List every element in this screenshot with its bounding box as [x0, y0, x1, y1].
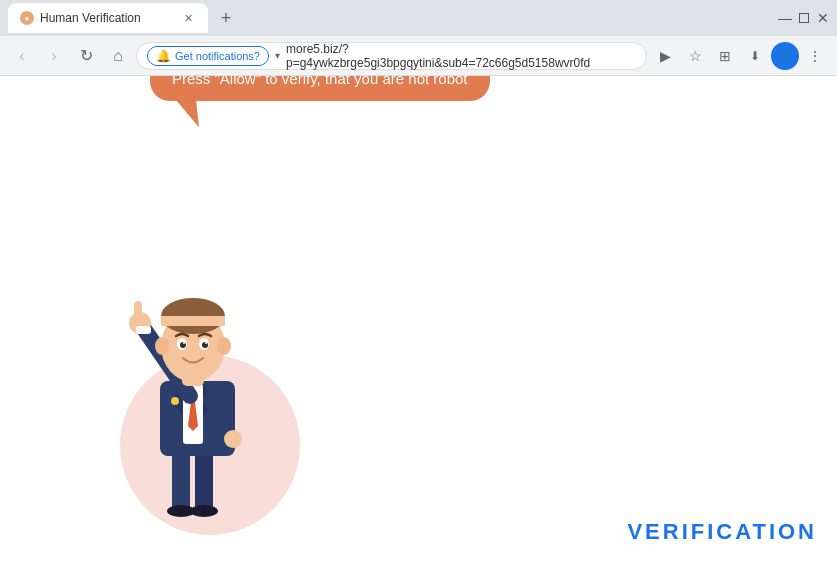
menu-icon: ⋮ [808, 48, 822, 64]
extensions-button[interactable]: ⊞ [711, 42, 739, 70]
svg-point-24 [183, 342, 185, 344]
svg-point-13 [224, 430, 242, 448]
character-illustration [100, 251, 280, 531]
back-button[interactable]: ‹ [8, 42, 36, 70]
svg-rect-17 [161, 316, 225, 326]
svg-rect-0 [172, 451, 190, 511]
maximize-button[interactable] [799, 13, 809, 23]
cast-icon: ▶ [660, 48, 671, 64]
bell-icon: 🔔 [156, 49, 171, 63]
character-area [100, 251, 280, 535]
download-icon: ⬇ [750, 49, 760, 63]
notification-prompt[interactable]: 🔔 Get notifications? [147, 46, 269, 66]
reload-icon: ↻ [80, 46, 93, 65]
downloads-button[interactable]: ⬇ [741, 42, 769, 70]
address-bar[interactable]: 🔔 Get notifications? ▾ more5.biz/?p=g4yw… [136, 42, 647, 70]
notification-label: Get notifications? [175, 50, 260, 62]
svg-point-18 [155, 337, 169, 355]
window-controls: — ✕ [779, 12, 829, 24]
svg-point-26 [171, 397, 179, 405]
forward-icon: › [51, 47, 56, 65]
tab-title: Human Verification [40, 11, 174, 25]
speech-bubble-text: Press "Allow" to verify, that you are no… [172, 76, 468, 87]
address-chevron-icon[interactable]: ▾ [275, 50, 280, 61]
home-button[interactable]: ⌂ [104, 42, 132, 70]
browser-tab[interactable]: ● Human Verification ✕ [8, 3, 208, 33]
cast-button[interactable]: ▶ [651, 42, 679, 70]
title-bar: ● Human Verification ✕ + — ✕ [0, 0, 837, 36]
back-icon: ‹ [19, 47, 24, 65]
svg-point-3 [190, 505, 218, 517]
new-tab-button[interactable]: + [212, 4, 240, 32]
browser-frame: ● Human Verification ✕ + — ✕ ‹ › ↻ ⌂ 🔔 G… [0, 0, 837, 565]
toolbar-actions: ▶ ☆ ⊞ ⬇ 👤 ⋮ [651, 42, 829, 70]
svg-rect-1 [195, 451, 213, 511]
page-content: Press "Allow" to verify, that you are no… [0, 76, 837, 565]
menu-button[interactable]: ⋮ [801, 42, 829, 70]
home-icon: ⌂ [113, 47, 123, 65]
verification-watermark: VERIFICATION [627, 519, 817, 545]
svg-point-23 [202, 342, 208, 348]
tab-close-button[interactable]: ✕ [180, 10, 196, 26]
svg-point-22 [180, 342, 186, 348]
bookmark-button[interactable]: ☆ [681, 42, 709, 70]
reload-button[interactable]: ↻ [72, 42, 100, 70]
profile-icon: 👤 [777, 48, 794, 64]
tab-favicon: ● [20, 11, 34, 25]
close-button[interactable]: ✕ [817, 12, 829, 24]
svg-rect-11 [134, 301, 142, 323]
svg-point-19 [217, 337, 231, 355]
toolbar: ‹ › ↻ ⌂ 🔔 Get notifications? ▾ more5.biz… [0, 36, 837, 76]
svg-point-25 [205, 342, 207, 344]
speech-bubble: Press "Allow" to verify, that you are no… [150, 76, 490, 101]
url-text: more5.biz/?p=g4ywkzbrge5gi3bpgqytini&sub… [286, 42, 636, 70]
svg-rect-27 [136, 326, 151, 334]
forward-button[interactable]: › [40, 42, 68, 70]
star-icon: ☆ [689, 48, 702, 64]
puzzle-icon: ⊞ [719, 48, 731, 64]
minimize-button[interactable]: — [779, 12, 791, 24]
profile-button[interactable]: 👤 [771, 42, 799, 70]
